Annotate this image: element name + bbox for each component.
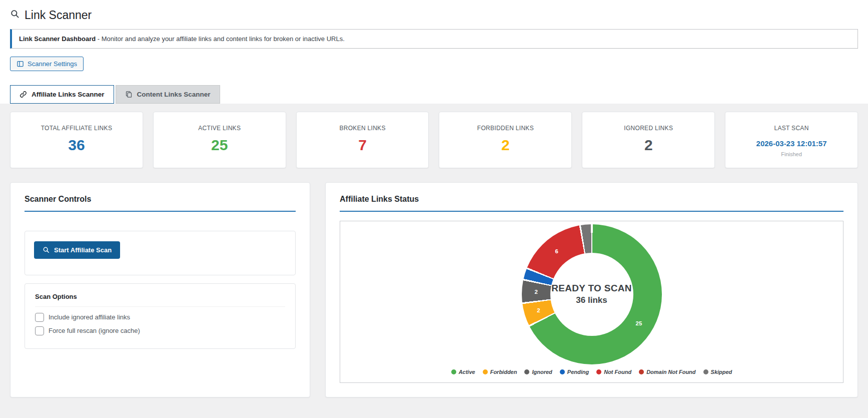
pages-icon <box>125 91 133 98</box>
stat-value: 25 <box>159 138 281 153</box>
start-scan-box: Start Affiliate Scan <box>25 231 296 275</box>
stat-card-broken-links: BROKEN LINKS 7 <box>296 112 429 168</box>
chart-area: 25226 READY TO SCAN 36 links ActiveForbi… <box>340 221 843 383</box>
stat-label: IGNORED LINKS <box>587 125 709 132</box>
legend-label: Skipped <box>711 369 732 375</box>
option-force-full-rescan[interactable]: Force full rescan (ignore cache) <box>35 326 285 335</box>
legend-label: Pending <box>567 369 589 375</box>
scan-options-box: Scan Options Include ignored affiliate l… <box>25 283 296 349</box>
donut-center-count: 36 links <box>576 295 607 305</box>
stat-label: ACTIVE LINKS <box>159 125 281 132</box>
scan-options-title: Scan Options <box>35 293 285 307</box>
start-affiliate-scan-button[interactable]: Start Affiliate Scan <box>34 241 120 259</box>
start-affiliate-scan-label: Start Affiliate Scan <box>54 246 112 254</box>
affiliate-links-status-title: Affiliate Links Status <box>340 195 843 212</box>
affiliate-links-status-panel: Affiliate Links Status 25226 READY TO SC… <box>325 182 858 397</box>
legend-item-pending: Pending <box>560 369 589 375</box>
stat-card-active-links: ACTIVE LINKS 25 <box>153 112 286 168</box>
legend-dot <box>483 369 488 374</box>
search-icon <box>43 246 50 253</box>
legend-dot <box>451 369 456 374</box>
legend-label: Forbidden <box>490 369 517 375</box>
stats-row: TOTAL AFFILIATE LINKS 36 ACTIVE LINKS 25… <box>0 104 868 168</box>
stat-value: 7 <box>302 138 424 153</box>
stat-value: 2 <box>587 138 709 153</box>
scanner-controls-title: Scanner Controls <box>25 195 296 212</box>
scanner-settings-label: Scanner Settings <box>28 60 77 68</box>
stat-card-last-scan: LAST SCAN 2026-03-23 12:01:57 Finished <box>725 112 858 168</box>
scanner-settings-button[interactable]: Scanner Settings <box>10 57 84 71</box>
notice-title: Link Scanner Dashboard <box>19 35 96 43</box>
legend-item-active: Active <box>451 369 475 375</box>
legend-label: Not Found <box>604 369 631 375</box>
option-label: Include ignored affiliate links <box>49 313 130 321</box>
stat-value: 2 <box>444 138 566 153</box>
donut-wrap: 25226 READY TO SCAN 36 links <box>522 224 662 364</box>
legend-dot <box>596 369 601 374</box>
stat-label: FORBIDDEN LINKS <box>444 125 566 132</box>
stat-sub: Finished <box>730 151 852 157</box>
legend-dot <box>639 369 644 374</box>
tab-content-links-scanner[interactable]: Content Links Scanner <box>116 85 220 104</box>
settings-icon <box>17 60 24 68</box>
legend-item-forbidden: Forbidden <box>483 369 517 375</box>
stat-card-forbidden-links: FORBIDDEN LINKS 2 <box>439 112 572 168</box>
stat-label: TOTAL AFFILIATE LINKS <box>16 125 138 132</box>
title-row: Link Scanner <box>10 8 858 23</box>
tab-label: Content Links Scanner <box>137 91 211 98</box>
option-label: Force full rescan (ignore cache) <box>49 327 140 334</box>
stat-label: LAST SCAN <box>730 125 852 132</box>
force-rescan-checkbox[interactable] <box>35 326 44 335</box>
search-icon <box>10 9 20 19</box>
donut-center-status: READY TO SCAN <box>551 283 632 294</box>
legend-label: Active <box>459 369 475 375</box>
legend-dot <box>703 369 708 374</box>
option-include-ignored[interactable]: Include ignored affiliate links <box>35 313 285 322</box>
donut-center: READY TO SCAN 36 links <box>550 253 633 336</box>
scanner-controls-panel: Scanner Controls Start Affiliate Scan Sc… <box>10 182 310 397</box>
legend-item-not-found: Not Found <box>596 369 631 375</box>
include-ignored-checkbox[interactable] <box>35 313 44 322</box>
chart-legend: ActiveForbiddenIgnoredPendingNot FoundDo… <box>451 369 732 375</box>
legend-item-domain-not-found: Domain Not Found <box>639 369 695 375</box>
stat-card-ignored-links: IGNORED LINKS 2 <box>582 112 715 168</box>
page-header: Link Scanner Link Scanner Dashboard - Mo… <box>0 0 868 104</box>
link-icon <box>20 91 27 98</box>
info-notice: Link Scanner Dashboard - Monitor and ana… <box>10 29 858 49</box>
legend-dot <box>524 369 529 374</box>
legend-item-skipped: Skipped <box>703 369 732 375</box>
tab-affiliate-links-scanner[interactable]: Affiliate Links Scanner <box>10 85 114 104</box>
tab-label: Affiliate Links Scanner <box>32 91 105 98</box>
notice-text: - Monitor and analyze your affiliate lin… <box>96 35 345 43</box>
legend-label: Ignored <box>532 369 552 375</box>
panels-row: Scanner Controls Start Affiliate Scan Sc… <box>0 168 868 397</box>
legend-dot <box>560 369 565 374</box>
stat-value: 36 <box>16 138 138 153</box>
legend-item-ignored: Ignored <box>524 369 552 375</box>
legend-label: Domain Not Found <box>646 369 695 375</box>
stat-card-total-affiliate-links: TOTAL AFFILIATE LINKS 36 <box>10 112 143 168</box>
stat-label: BROKEN LINKS <box>302 125 424 132</box>
page-title: Link Scanner <box>25 8 92 23</box>
stat-value: 2026-03-23 12:01:57 <box>730 140 852 147</box>
scanner-tabs: Affiliate Links Scanner Content Links Sc… <box>10 85 858 104</box>
